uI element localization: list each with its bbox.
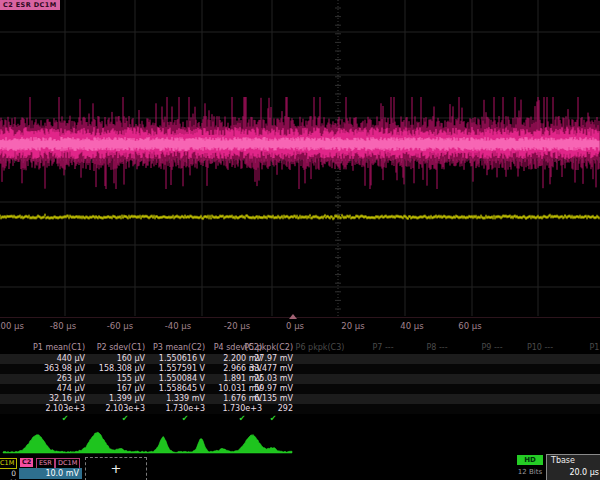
param-header[interactable]: P8 --- bbox=[426, 343, 447, 353]
param-value: 158.308 µV bbox=[78, 364, 145, 374]
c2-trace bbox=[0, 97, 599, 189]
time-axis-label: -40 µs bbox=[165, 321, 191, 331]
param-value: 25.03 mV bbox=[226, 374, 293, 384]
timebase-label: Tbase bbox=[551, 456, 575, 465]
param-value: 292 bbox=[226, 404, 293, 414]
param-header[interactable]: P10 --- bbox=[527, 343, 553, 353]
param-value: 33.477 mV bbox=[226, 364, 293, 374]
time-axis-label: -100 µs bbox=[0, 321, 24, 331]
param-value: 32.16 µV bbox=[18, 394, 85, 404]
histicon-strip bbox=[3, 432, 292, 453]
time-axis-label: 40 µs bbox=[400, 321, 423, 331]
param-value: 363.98 µV bbox=[18, 364, 85, 374]
param-value: 167 µV bbox=[78, 384, 145, 394]
measurement-table: P1 mean(C1)440 µV363.98 µV263 µV474 µV32… bbox=[0, 340, 600, 430]
timebase-box[interactable]: Tbase 20.0 µs bbox=[546, 454, 600, 480]
param-header[interactable]: P11 bbox=[589, 343, 600, 353]
param-value: 1.399 µV bbox=[78, 394, 145, 404]
trace-annotation-badge: C2 ESR DC1M bbox=[0, 0, 60, 10]
param-header[interactable]: P9 --- bbox=[481, 343, 502, 353]
param-value: 2.103e+3 bbox=[78, 404, 145, 414]
time-axis-label: 20 µs bbox=[341, 321, 364, 331]
adc-bits-label: 12 Bits bbox=[511, 468, 549, 476]
time-axis-label: 60 µs bbox=[458, 321, 481, 331]
param-header[interactable]: P2 sdev(C1) bbox=[78, 343, 145, 353]
param-value: 59.97 mV bbox=[226, 384, 293, 394]
param-value: 160 µV bbox=[78, 354, 145, 364]
add-trace-button[interactable]: + bbox=[85, 457, 147, 480]
param-header[interactable]: P5 pkpk(C2) bbox=[226, 343, 293, 353]
param-status-check: ✔ bbox=[45, 414, 85, 424]
param-value: 155 µV bbox=[78, 374, 145, 384]
param-status-check: ✔ bbox=[105, 414, 145, 424]
param-value: 27.97 mV bbox=[226, 354, 293, 364]
param-value: 263 µV bbox=[18, 374, 85, 384]
param-header[interactable]: P6 pkpk(C3) bbox=[296, 343, 345, 353]
time-axis-label: -60 µs bbox=[107, 321, 133, 331]
param-header[interactable]: P7 --- bbox=[372, 343, 393, 353]
trigger-position-marker[interactable] bbox=[289, 314, 297, 319]
param-value: 6.135 mV bbox=[226, 394, 293, 404]
time-axis-label: -80 µs bbox=[50, 321, 76, 331]
plus-icon: + bbox=[111, 461, 122, 476]
time-axis-label: -20 µs bbox=[224, 321, 250, 331]
param-status-check: ✔ bbox=[253, 414, 293, 424]
hd-badge: HD bbox=[517, 455, 543, 465]
param-value: 2.103e+3 bbox=[18, 404, 85, 414]
param-value: 474 µV bbox=[18, 384, 85, 394]
param-value: 440 µV bbox=[18, 354, 85, 364]
timebase-value: 20.0 µs bbox=[569, 468, 599, 477]
param-header[interactable]: P1 mean(C1) bbox=[18, 343, 85, 353]
time-axis: -100 µs-80 µs-60 µs-40 µs-20 µs0 µs20 µs… bbox=[0, 317, 600, 336]
time-axis-label: 0 µs bbox=[286, 321, 304, 331]
c1-trace bbox=[0, 214, 599, 221]
param-status-check: ✔ bbox=[165, 414, 205, 424]
